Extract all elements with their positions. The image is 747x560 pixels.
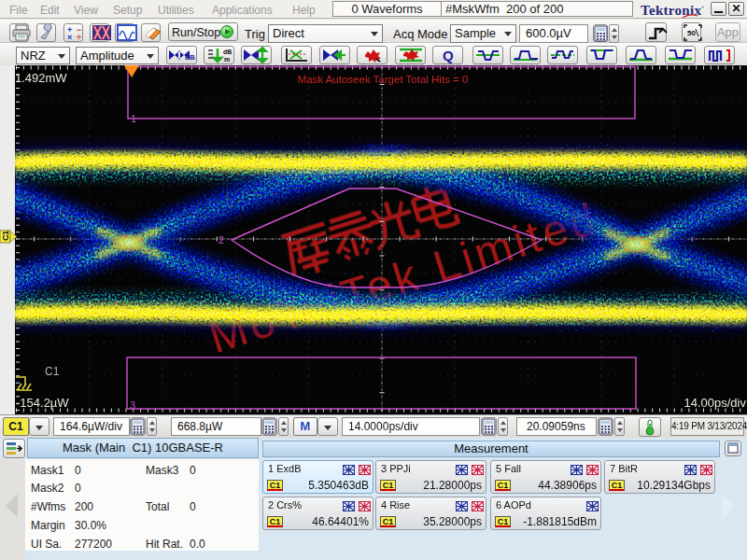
- svg-text:×: ×: [67, 33, 72, 41]
- svg-text:C1: C1: [45, 365, 60, 378]
- svg-text:C1: C1: [1, 231, 10, 241]
- svg-text:50: 50: [687, 29, 696, 37]
- svg-text:-154.2µW: -154.2µW: [16, 396, 69, 410]
- svg-text:1.492mW: 1.492mW: [15, 71, 67, 85]
- svg-text:Q: Q: [443, 48, 454, 63]
- svg-text:dB: dB: [185, 53, 195, 62]
- svg-text:1: 1: [131, 113, 136, 124]
- svg-text:dB: dB: [223, 49, 232, 55]
- svg-text:Mask Autoseek Target Total Hit: Mask Autoseek Target Total Hits = 0: [298, 74, 469, 85]
- svg-text:2: 2: [218, 234, 224, 245]
- svg-text:÷: ÷: [77, 33, 81, 41]
- svg-text:3: 3: [130, 399, 135, 411]
- svg-text:m: m: [224, 56, 230, 63]
- svg-text:14.00ps/div: 14.00ps/div: [684, 396, 747, 410]
